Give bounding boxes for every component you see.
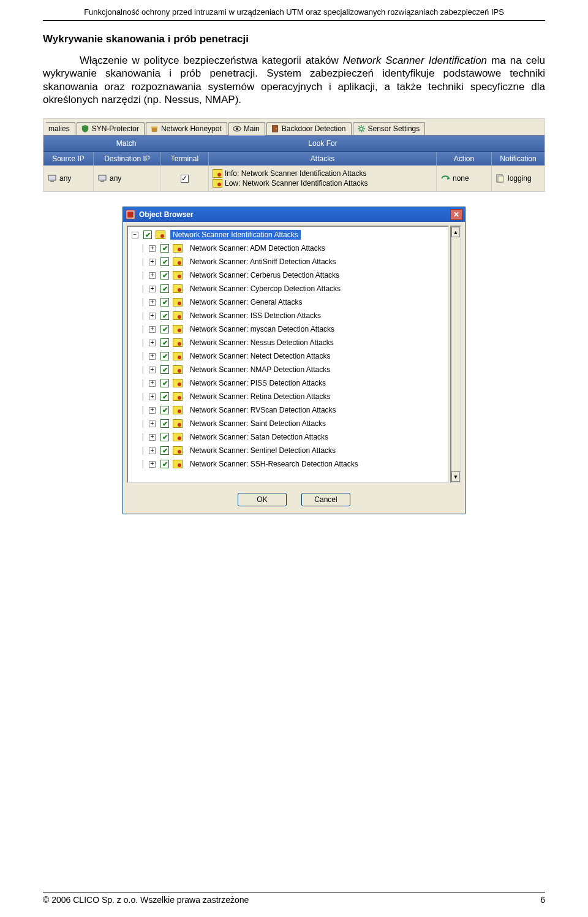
expand-toggle[interactable]: + (149, 420, 156, 427)
expand-toggle[interactable]: + (149, 447, 156, 454)
item-checkbox[interactable]: ✔ (160, 446, 169, 455)
tree-item[interactable]: │+✔Network Scanner: Cybercop Detection A… (128, 282, 448, 295)
expand-toggle[interactable]: + (149, 434, 156, 441)
tree-item[interactable]: │+✔Network Scanner: ADM Detection Attack… (128, 242, 448, 255)
tree-item[interactable]: │+✔Network Scanner: Sentinel Detection A… (128, 444, 448, 457)
expand-toggle[interactable]: + (149, 461, 156, 468)
data-row[interactable]: any any Info: Network Scanner Identifi (43, 166, 545, 191)
tabs-row: malies SYN-Protector Network Honeypot Ma… (43, 119, 545, 135)
item-checkbox[interactable]: ✔ (160, 244, 169, 253)
item-checkbox[interactable]: ✔ (160, 271, 169, 280)
item-checkbox[interactable]: ✔ (160, 325, 169, 333)
item-checkbox[interactable]: ✔ (160, 406, 169, 414)
expand-toggle[interactable]: − (132, 232, 138, 238)
footer-divider (43, 892, 545, 892)
expand-toggle[interactable]: + (149, 313, 156, 319)
cancel-button[interactable]: Cancel (301, 493, 350, 506)
tree-item[interactable]: │+✔Network Scanner: Nessus Detection Att… (128, 336, 448, 349)
attack-category-icon (173, 446, 183, 455)
tree-item[interactable]: │+✔Network Scanner: General Attacks (128, 295, 448, 309)
tree-item[interactable]: │+✔Network Scanner: Cerberus Detection A… (128, 268, 448, 282)
cell-action[interactable]: none (437, 166, 492, 191)
expand-toggle[interactable]: + (149, 380, 156, 387)
col-action: Action (437, 152, 492, 166)
item-checkbox[interactable]: ✔ (160, 352, 169, 360)
tab-label: Network Honeypot (161, 124, 222, 133)
scroll-down-button[interactable]: ▼ (451, 471, 460, 482)
item-checkbox[interactable]: ✔ (160, 379, 169, 387)
expand-toggle[interactable]: + (149, 245, 156, 252)
scroll-track[interactable] (451, 237, 460, 471)
tree-item[interactable]: │+✔Network Scanner: PISS Detection Attac… (128, 376, 448, 390)
cell-attacks[interactable]: Info: Network Scanner Identification Att… (209, 166, 437, 191)
tree-item[interactable]: │+✔Network Scanner: Saint Detection Atta… (128, 417, 448, 430)
tree-item[interactable]: │+✔Network Scanner: myscan Detection Att… (128, 322, 448, 336)
tree-connector: │ (139, 379, 148, 387)
svg-rect-8 (50, 181, 54, 182)
expand-toggle[interactable]: + (149, 286, 156, 292)
item-checkbox[interactable]: ✔ (160, 365, 169, 374)
tab-label: SYN-Protector (92, 124, 139, 133)
tree-item[interactable]: │+✔Network Scanner: Netect Detection Att… (128, 349, 448, 363)
tab-backdoor[interactable]: Backdoor Detection (266, 122, 352, 135)
svg-rect-9 (99, 175, 106, 180)
door-icon (271, 124, 279, 133)
tree-item[interactable]: │+✔Network Scanner: SSH-Research Detecti… (128, 457, 448, 471)
tree-item[interactable]: │+✔Network Scanner: Retina Detection Att… (128, 390, 448, 403)
tree-item[interactable]: │+✔Network Scanner: NMAP Detection Attac… (128, 363, 448, 376)
expand-toggle[interactable]: + (149, 299, 156, 306)
cell-source-ip[interactable]: any (43, 166, 94, 191)
scrollbar[interactable]: ▲ ▼ (450, 226, 461, 483)
tab-sensor-settings[interactable]: Sensor Settings (353, 122, 426, 135)
item-checkbox[interactable]: ✔ (143, 230, 152, 239)
scroll-up-button[interactable]: ▲ (451, 227, 460, 237)
item-checkbox[interactable]: ✔ (160, 419, 169, 428)
tree-item[interactable]: │+✔Network Scanner: RVScan Detection Att… (128, 403, 448, 417)
attack-category-icon (173, 257, 183, 266)
col-spacer (437, 135, 545, 151)
expand-toggle[interactable]: + (149, 340, 156, 346)
item-checkbox[interactable]: ✔ (160, 433, 169, 441)
log-icon (496, 173, 505, 183)
tree-item[interactable]: −✔Network Scanner Identification Attacks (128, 228, 448, 242)
object-browser-titlebar[interactable]: Object Browser ✕ (123, 207, 465, 222)
notification-value: logging (508, 174, 532, 183)
terminal-checkbox[interactable] (181, 175, 189, 183)
tree-connector: │ (139, 272, 148, 279)
attack-category-icon (173, 271, 183, 280)
ok-button[interactable]: OK (238, 493, 287, 506)
tree-item[interactable]: │+✔Network Scanner: AntiSniff Detection … (128, 255, 448, 268)
item-checkbox[interactable]: ✔ (160, 284, 169, 293)
tree-connector: │ (139, 433, 148, 441)
tree-view[interactable]: −✔Network Scanner Identification Attacks… (127, 226, 449, 483)
expand-toggle[interactable]: + (149, 367, 156, 373)
expand-toggle[interactable]: + (149, 259, 156, 265)
cell-terminal[interactable] (161, 166, 209, 191)
dialog-buttons: OK Cancel (123, 487, 465, 514)
expand-toggle[interactable]: + (149, 272, 156, 279)
para-italic: Network Scanner Identification (343, 55, 487, 66)
item-checkbox[interactable]: ✔ (160, 257, 169, 266)
expand-toggle[interactable]: + (149, 326, 156, 333)
tree-item[interactable]: │+✔Network Scanner: Satan Detection Atta… (128, 430, 448, 444)
item-checkbox[interactable]: ✔ (160, 460, 169, 468)
expand-toggle[interactable]: + (149, 353, 156, 360)
col-terminal: Terminal (161, 152, 209, 166)
item-checkbox[interactable]: ✔ (160, 311, 169, 320)
item-checkbox[interactable]: ✔ (160, 338, 169, 347)
cell-dest-ip[interactable]: any (94, 166, 161, 191)
tab-syn-protector[interactable]: SYN-Protector (77, 122, 145, 135)
tab-malies[interactable]: malies (46, 122, 75, 135)
item-checkbox[interactable]: ✔ (160, 392, 169, 401)
cell-notification[interactable]: logging (492, 166, 545, 191)
close-button[interactable]: ✕ (450, 209, 462, 220)
item-checkbox[interactable]: ✔ (160, 298, 169, 306)
page-number: 6 (540, 895, 545, 905)
tab-main[interactable]: Main (228, 122, 265, 135)
expand-toggle[interactable]: + (149, 394, 156, 400)
app-icon (126, 210, 135, 219)
tree-item[interactable]: │+✔Network Scanner: ISS Detection Attack… (128, 309, 448, 322)
expand-toggle[interactable]: + (149, 407, 156, 414)
tab-honeypot[interactable]: Network Honeypot (146, 122, 227, 135)
tree-item-label: Network Scanner: PISS Detection Attacks (187, 378, 328, 388)
